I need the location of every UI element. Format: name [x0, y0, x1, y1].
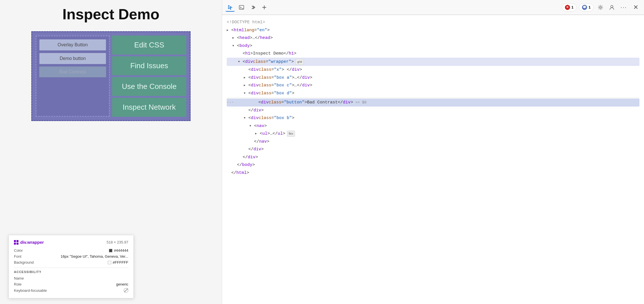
demo-widget: Overlay Button Demo button Bad Contrast … [31, 31, 191, 121]
inspector-font-row: Font 16px "Segoe UI", Tahoma, Geneva, Ve… [14, 253, 128, 259]
more-button[interactable]: ··· [619, 3, 629, 12]
tree-html[interactable]: ▶ <html lang="en" > [227, 26, 639, 34]
tree-close-body: </body> [227, 161, 639, 169]
user-button[interactable] [607, 3, 616, 11]
tree-close-wrapper: </div> [227, 153, 639, 161]
expand-html[interactable]: ▶ [227, 28, 231, 33]
tree-box-c[interactable]: ▶ <div class="box c" >…</div> [227, 82, 639, 89]
accessibility-header: ACCESSIBILITY [14, 270, 128, 274]
use-console-button[interactable]: Use the Console [112, 77, 186, 96]
tree-box-d[interactable]: ▼ <div class="box d" > [227, 89, 639, 97]
svg-point-2 [611, 5, 613, 8]
tree-close-box-d: </div> [227, 107, 639, 114]
console-tool-button[interactable] [237, 3, 246, 11]
left-panel: Inspect Demo Overlay Button Demo button … [0, 0, 222, 304]
tree-head[interactable]: ▶ <head>…</head> [227, 34, 639, 42]
errors-badge-button[interactable]: ✕ 1 [562, 3, 577, 11]
tree-ul[interactable]: ▶ <ul>…</ul> flex [227, 130, 639, 138]
tree-wrapper[interactable]: ▼ <div class="wrapper" > grid [227, 58, 639, 66]
inspector-role-row: Role generic [14, 281, 128, 287]
color-swatch-dark [109, 249, 112, 252]
expand-box-c[interactable]: ▶ [244, 83, 248, 88]
expand-wrapper[interactable]: ▼ [238, 59, 243, 64]
expand-box-b[interactable]: ▼ [244, 116, 248, 120]
edit-css-button[interactable]: Edit CSS [112, 36, 186, 55]
console-icon [239, 5, 244, 10]
tree-close-html: </html> [227, 169, 639, 177]
plus-icon [261, 5, 267, 10]
inspector-keyboard-row: Keyboard-focusable [14, 287, 128, 293]
color-swatch-white [108, 261, 111, 264]
error-icon: ✕ [565, 5, 570, 10]
page-title: Inspect Demo [63, 6, 160, 23]
grid-icon [14, 240, 18, 245]
warnings-count: 1 [589, 5, 591, 9]
no-keyboard-icon [124, 288, 128, 293]
inspector-element-name: div.wrapper [14, 240, 44, 245]
overlay-button[interactable]: Overlay Button [39, 39, 106, 51]
devtools-toolbar: ✕ 1 💬 1 ··· ✕ [222, 0, 644, 15]
expand-box-a[interactable]: ▶ [244, 75, 248, 80]
expand-box-d[interactable]: ▼ [244, 91, 248, 96]
demo-button[interactable]: Demo button [39, 53, 106, 64]
flex-badge: flex [287, 131, 295, 137]
left-column: Overlay Button Demo button Bad Contrast [36, 36, 110, 117]
html-tree[interactable]: <!DOCTYPE html> ▶ <html lang="en" > ▶ <h… [222, 15, 644, 304]
tree-nav[interactable]: ▼ <nav> [227, 122, 639, 130]
dots-expand[interactable]: ··· [227, 99, 234, 106]
tree-box-a[interactable]: ▶ <div class="box a" >…</div> [227, 74, 639, 82]
errors-count: 1 [571, 5, 573, 9]
inspector-color-row: Color #444444 [14, 247, 128, 253]
inspector-background-row: Background #FFFFFF [14, 259, 128, 265]
settings-button[interactable] [596, 3, 605, 11]
devtools-panel: ✕ 1 💬 1 ··· ✕ <!DO [222, 0, 644, 304]
bad-contrast-button[interactable]: Bad Contrast [39, 66, 106, 77]
tree-box-b[interactable]: ▼ <div class="box b" > [227, 114, 639, 122]
expand-body[interactable]: ▼ [232, 43, 237, 48]
svg-point-1 [600, 7, 601, 8]
tree-body[interactable]: ▼ <body> [227, 42, 639, 50]
right-column: Edit CSS Find Issues Use the Console Ins… [112, 36, 186, 117]
divider [14, 268, 128, 268]
gear-icon [598, 5, 603, 10]
inspector-title-row: div.wrapper 518 × 235.97 [14, 240, 128, 245]
dollar-zero: == $0 [355, 99, 366, 106]
svg-rect-0 [239, 5, 244, 9]
tree-div-x[interactable]: <div class="x" > </div> [227, 66, 639, 74]
tree-bad-contrast[interactable]: ··· <div class="button" >Bad Contrast</d… [227, 99, 639, 107]
add-tab-button[interactable] [260, 3, 269, 11]
find-issues-button[interactable]: Find Issues [112, 56, 186, 75]
inspect-network-button[interactable]: Inspect Network [112, 98, 186, 117]
expand-nav[interactable]: ▼ [249, 124, 254, 128]
cursor-icon [227, 4, 233, 10]
separator-mid [227, 98, 639, 98]
more-tools-button[interactable] [248, 3, 257, 11]
tree-h1[interactable]: <h1>Inspect Demo</h1> [227, 50, 639, 58]
tree-close-box-b: </div> [227, 145, 639, 153]
inspector-popup: div.wrapper 518 × 235.97 Color #444444 F… [9, 235, 134, 298]
inspector-size: 518 × 235.97 [107, 240, 128, 244]
expand-ul[interactable]: ▶ [255, 131, 260, 136]
expand-head[interactable]: ▶ [232, 36, 237, 40]
warning-icon: 💬 [582, 5, 587, 10]
grid-badge: grid [296, 59, 304, 65]
tree-close-nav: </nav> [227, 138, 639, 146]
user-icon [609, 5, 615, 10]
inspector-name-row: Name [14, 275, 128, 281]
chevron-right-icon [250, 5, 256, 10]
close-button[interactable]: ✕ [631, 3, 641, 12]
inspector-tool-button[interactable] [226, 3, 235, 12]
warnings-badge-button[interactable]: 💬 1 [579, 3, 594, 11]
tree-doctype: <!DOCTYPE html> [227, 18, 639, 26]
